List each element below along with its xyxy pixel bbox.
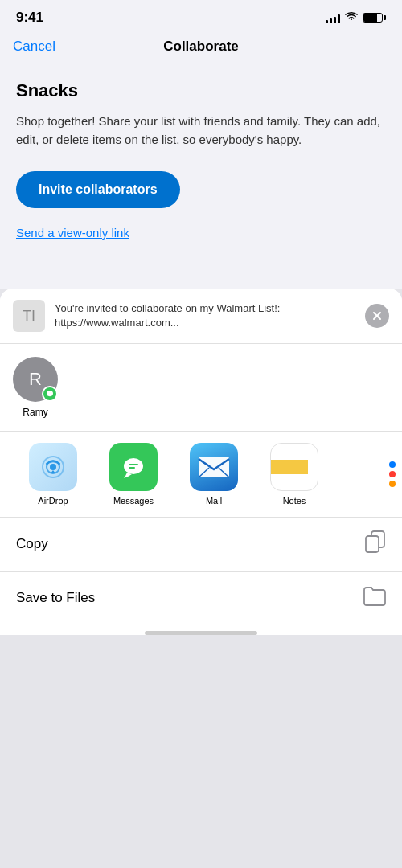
main-content: Snacks Shop together! Share your list wi… <box>0 64 402 289</box>
messages-icon <box>109 443 158 491</box>
close-preview-button[interactable] <box>365 304 389 328</box>
svg-rect-9 <box>129 467 135 469</box>
contact-item-ramy[interactable]: R Ramy <box>13 357 58 418</box>
view-only-link-button[interactable]: Send a view-only link <box>16 226 129 240</box>
message-type-icon: TI <box>13 300 45 332</box>
messages-label: Messages <box>113 496 154 506</box>
app-item-mail[interactable]: Mail <box>174 443 254 506</box>
dot-1 <box>389 461 396 468</box>
airdrop-icon <box>29 443 77 491</box>
notes-label: Notes <box>283 496 306 506</box>
contacts-row: R Ramy <box>0 344 402 432</box>
scroll-dots <box>389 461 396 487</box>
svg-point-3 <box>47 391 53 396</box>
share-sheet: TI You're invited to collaborate on my W… <box>0 289 402 635</box>
description: Shop together! Share your list with frie… <box>16 113 386 149</box>
status-time: 9:41 <box>16 10 43 26</box>
status-icons <box>326 11 386 24</box>
contact-avatar: R <box>13 357 58 402</box>
save-to-files-action-row[interactable]: Save to Files <box>0 572 402 624</box>
svg-point-7 <box>124 458 143 474</box>
message-preview-row: TI You're invited to collaborate on my W… <box>0 289 402 344</box>
signal-icon <box>326 13 340 23</box>
save-to-files-label: Save to Files <box>16 590 95 606</box>
mail-icon <box>190 443 238 491</box>
copy-action-row[interactable]: Copy <box>0 518 402 571</box>
svg-rect-10 <box>199 457 229 477</box>
dot-3 <box>389 481 396 487</box>
list-name: Snacks <box>16 80 386 101</box>
copy-label: Copy <box>16 536 48 552</box>
app-item-messages[interactable]: Messages <box>93 443 174 506</box>
notes-body <box>308 461 318 473</box>
nav-title: Collaborate <box>163 39 239 55</box>
status-bar: 9:41 <box>0 0 402 31</box>
message-preview-text: You're invited to collaborate on my Walm… <box>55 301 355 330</box>
copy-icon <box>365 530 386 558</box>
apps-row: AirDrop Messages <box>0 432 402 518</box>
mail-label: Mail <box>206 496 222 506</box>
notes-top <box>271 460 308 474</box>
notes-icon <box>270 443 318 491</box>
invite-collaborators-button[interactable]: Invite collaborators <box>16 171 180 208</box>
app-item-airdrop[interactable]: AirDrop <box>13 443 93 506</box>
svg-point-4 <box>50 464 56 470</box>
svg-rect-14 <box>366 536 379 552</box>
airdrop-label: AirDrop <box>38 496 68 506</box>
nav-bar: Cancel Collaborate <box>0 31 402 64</box>
wifi-icon <box>345 11 358 24</box>
save-to-files-icon <box>363 585 386 611</box>
dot-2 <box>389 471 396 477</box>
contact-name: Ramy <box>23 407 47 418</box>
cancel-button[interactable]: Cancel <box>13 39 55 55</box>
svg-rect-8 <box>129 464 138 465</box>
app-item-notes[interactable]: Notes <box>254 443 334 506</box>
home-indicator <box>145 631 257 635</box>
battery-icon <box>363 13 386 23</box>
message-badge <box>42 386 58 402</box>
